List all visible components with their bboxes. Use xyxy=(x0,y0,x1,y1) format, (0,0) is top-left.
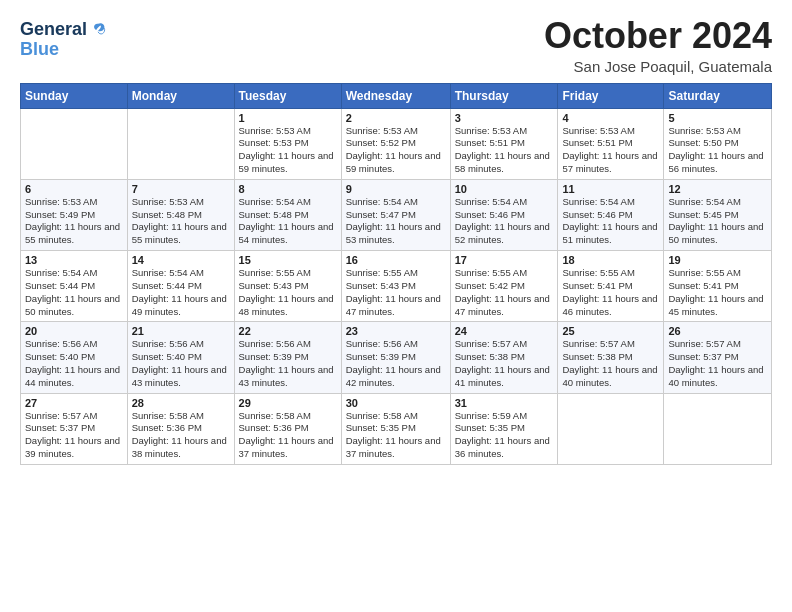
header-wednesday: Wednesday xyxy=(341,83,450,108)
calendar-cell: 12Sunrise: 5:54 AM Sunset: 5:45 PM Dayli… xyxy=(664,179,772,250)
month-title: October 2024 xyxy=(544,16,772,56)
day-number: 2 xyxy=(346,112,446,124)
calendar-cell: 19Sunrise: 5:55 AM Sunset: 5:41 PM Dayli… xyxy=(664,251,772,322)
day-number: 15 xyxy=(239,254,337,266)
page: General Blue October 2024 San Jose Poaqu… xyxy=(0,0,792,612)
header-monday: Monday xyxy=(127,83,234,108)
calendar-cell: 30Sunrise: 5:58 AM Sunset: 5:35 PM Dayli… xyxy=(341,393,450,464)
logo: General Blue xyxy=(20,20,107,60)
day-number: 7 xyxy=(132,183,230,195)
day-number: 25 xyxy=(562,325,659,337)
day-detail: Sunrise: 5:57 AM Sunset: 5:38 PM Dayligh… xyxy=(562,338,659,389)
title-block: October 2024 San Jose Poaquil, Guatemala xyxy=(544,16,772,75)
day-detail: Sunrise: 5:59 AM Sunset: 5:35 PM Dayligh… xyxy=(455,410,554,461)
day-detail: Sunrise: 5:56 AM Sunset: 5:39 PM Dayligh… xyxy=(239,338,337,389)
day-detail: Sunrise: 5:54 AM Sunset: 5:44 PM Dayligh… xyxy=(25,267,123,318)
calendar-table: Sunday Monday Tuesday Wednesday Thursday… xyxy=(20,83,772,465)
calendar-cell: 23Sunrise: 5:56 AM Sunset: 5:39 PM Dayli… xyxy=(341,322,450,393)
calendar-cell: 11Sunrise: 5:54 AM Sunset: 5:46 PM Dayli… xyxy=(558,179,664,250)
day-number: 24 xyxy=(455,325,554,337)
day-number: 8 xyxy=(239,183,337,195)
calendar-cell xyxy=(127,108,234,179)
day-detail: Sunrise: 5:58 AM Sunset: 5:35 PM Dayligh… xyxy=(346,410,446,461)
calendar-cell xyxy=(21,108,128,179)
day-detail: Sunrise: 5:53 AM Sunset: 5:53 PM Dayligh… xyxy=(239,125,337,176)
day-detail: Sunrise: 5:53 AM Sunset: 5:50 PM Dayligh… xyxy=(668,125,767,176)
day-number: 18 xyxy=(562,254,659,266)
day-number: 10 xyxy=(455,183,554,195)
calendar-cell: 27Sunrise: 5:57 AM Sunset: 5:37 PM Dayli… xyxy=(21,393,128,464)
calendar-cell: 25Sunrise: 5:57 AM Sunset: 5:38 PM Dayli… xyxy=(558,322,664,393)
day-number: 13 xyxy=(25,254,123,266)
calendar-cell: 5Sunrise: 5:53 AM Sunset: 5:50 PM Daylig… xyxy=(664,108,772,179)
day-number: 6 xyxy=(25,183,123,195)
day-number: 19 xyxy=(668,254,767,266)
logo-bird-icon xyxy=(89,21,107,39)
day-number: 29 xyxy=(239,397,337,409)
calendar-cell: 1Sunrise: 5:53 AM Sunset: 5:53 PM Daylig… xyxy=(234,108,341,179)
day-number: 14 xyxy=(132,254,230,266)
day-number: 30 xyxy=(346,397,446,409)
day-number: 4 xyxy=(562,112,659,124)
logo-blue: Blue xyxy=(20,39,59,59)
day-detail: Sunrise: 5:55 AM Sunset: 5:41 PM Dayligh… xyxy=(562,267,659,318)
header-saturday: Saturday xyxy=(664,83,772,108)
day-number: 31 xyxy=(455,397,554,409)
day-number: 5 xyxy=(668,112,767,124)
calendar-cell xyxy=(558,393,664,464)
day-detail: Sunrise: 5:55 AM Sunset: 5:41 PM Dayligh… xyxy=(668,267,767,318)
calendar-week-1: 6Sunrise: 5:53 AM Sunset: 5:49 PM Daylig… xyxy=(21,179,772,250)
day-detail: Sunrise: 5:53 AM Sunset: 5:51 PM Dayligh… xyxy=(455,125,554,176)
calendar-cell xyxy=(664,393,772,464)
day-number: 28 xyxy=(132,397,230,409)
calendar-week-3: 20Sunrise: 5:56 AM Sunset: 5:40 PM Dayli… xyxy=(21,322,772,393)
calendar-cell: 26Sunrise: 5:57 AM Sunset: 5:37 PM Dayli… xyxy=(664,322,772,393)
calendar-cell: 9Sunrise: 5:54 AM Sunset: 5:47 PM Daylig… xyxy=(341,179,450,250)
calendar-cell: 7Sunrise: 5:53 AM Sunset: 5:48 PM Daylig… xyxy=(127,179,234,250)
calendar-cell: 2Sunrise: 5:53 AM Sunset: 5:52 PM Daylig… xyxy=(341,108,450,179)
day-number: 20 xyxy=(25,325,123,337)
calendar-cell: 28Sunrise: 5:58 AM Sunset: 5:36 PM Dayli… xyxy=(127,393,234,464)
day-number: 9 xyxy=(346,183,446,195)
calendar-cell: 14Sunrise: 5:54 AM Sunset: 5:44 PM Dayli… xyxy=(127,251,234,322)
day-detail: Sunrise: 5:58 AM Sunset: 5:36 PM Dayligh… xyxy=(239,410,337,461)
day-number: 26 xyxy=(668,325,767,337)
calendar-cell: 4Sunrise: 5:53 AM Sunset: 5:51 PM Daylig… xyxy=(558,108,664,179)
day-number: 22 xyxy=(239,325,337,337)
day-number: 16 xyxy=(346,254,446,266)
calendar-cell: 18Sunrise: 5:55 AM Sunset: 5:41 PM Dayli… xyxy=(558,251,664,322)
day-number: 12 xyxy=(668,183,767,195)
day-detail: Sunrise: 5:53 AM Sunset: 5:49 PM Dayligh… xyxy=(25,196,123,247)
calendar-cell: 16Sunrise: 5:55 AM Sunset: 5:43 PM Dayli… xyxy=(341,251,450,322)
header: General Blue October 2024 San Jose Poaqu… xyxy=(20,16,772,75)
calendar-cell: 22Sunrise: 5:56 AM Sunset: 5:39 PM Dayli… xyxy=(234,322,341,393)
day-number: 1 xyxy=(239,112,337,124)
day-detail: Sunrise: 5:54 AM Sunset: 5:46 PM Dayligh… xyxy=(562,196,659,247)
day-detail: Sunrise: 5:57 AM Sunset: 5:37 PM Dayligh… xyxy=(25,410,123,461)
calendar-cell: 20Sunrise: 5:56 AM Sunset: 5:40 PM Dayli… xyxy=(21,322,128,393)
day-detail: Sunrise: 5:54 AM Sunset: 5:46 PM Dayligh… xyxy=(455,196,554,247)
header-tuesday: Tuesday xyxy=(234,83,341,108)
day-detail: Sunrise: 5:56 AM Sunset: 5:40 PM Dayligh… xyxy=(132,338,230,389)
calendar-week-4: 27Sunrise: 5:57 AM Sunset: 5:37 PM Dayli… xyxy=(21,393,772,464)
day-detail: Sunrise: 5:54 AM Sunset: 5:47 PM Dayligh… xyxy=(346,196,446,247)
calendar-week-2: 13Sunrise: 5:54 AM Sunset: 5:44 PM Dayli… xyxy=(21,251,772,322)
header-friday: Friday xyxy=(558,83,664,108)
calendar-cell: 6Sunrise: 5:53 AM Sunset: 5:49 PM Daylig… xyxy=(21,179,128,250)
location: San Jose Poaquil, Guatemala xyxy=(544,58,772,75)
header-thursday: Thursday xyxy=(450,83,558,108)
day-detail: Sunrise: 5:54 AM Sunset: 5:45 PM Dayligh… xyxy=(668,196,767,247)
day-number: 21 xyxy=(132,325,230,337)
day-number: 11 xyxy=(562,183,659,195)
day-detail: Sunrise: 5:56 AM Sunset: 5:39 PM Dayligh… xyxy=(346,338,446,389)
header-sunday: Sunday xyxy=(21,83,128,108)
day-detail: Sunrise: 5:55 AM Sunset: 5:42 PM Dayligh… xyxy=(455,267,554,318)
calendar-cell: 3Sunrise: 5:53 AM Sunset: 5:51 PM Daylig… xyxy=(450,108,558,179)
day-number: 3 xyxy=(455,112,554,124)
day-detail: Sunrise: 5:54 AM Sunset: 5:44 PM Dayligh… xyxy=(132,267,230,318)
day-detail: Sunrise: 5:57 AM Sunset: 5:37 PM Dayligh… xyxy=(668,338,767,389)
logo-general: General xyxy=(20,20,87,40)
calendar-cell: 10Sunrise: 5:54 AM Sunset: 5:46 PM Dayli… xyxy=(450,179,558,250)
day-detail: Sunrise: 5:54 AM Sunset: 5:48 PM Dayligh… xyxy=(239,196,337,247)
calendar-cell: 31Sunrise: 5:59 AM Sunset: 5:35 PM Dayli… xyxy=(450,393,558,464)
